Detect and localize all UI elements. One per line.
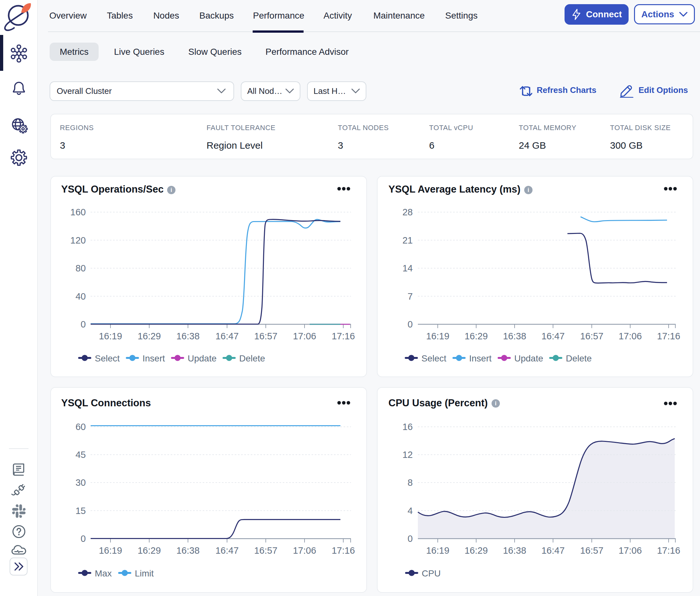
svg-text:0: 0 <box>408 319 413 329</box>
svg-text:Select: Select <box>421 353 446 363</box>
svg-text:12: 12 <box>403 450 413 460</box>
svg-text:16:29: 16:29 <box>138 545 161 556</box>
svg-text:16:29: 16:29 <box>138 331 161 341</box>
svg-text:16:29: 16:29 <box>465 545 488 556</box>
svg-text:16:57: 16:57 <box>580 331 604 341</box>
svg-text:45: 45 <box>76 450 86 460</box>
svg-text:Delete: Delete <box>566 353 592 363</box>
svg-text:80: 80 <box>76 263 86 273</box>
svg-text:CPU: CPU <box>422 568 441 578</box>
svg-text:14: 14 <box>403 263 413 273</box>
svg-text:16:38: 16:38 <box>503 545 526 556</box>
svg-text:Update: Update <box>188 353 216 363</box>
svg-text:16:29: 16:29 <box>465 331 488 341</box>
svg-text:16:47: 16:47 <box>215 545 239 556</box>
svg-text:Delete: Delete <box>239 353 265 363</box>
svg-text:0: 0 <box>81 319 86 329</box>
svg-text:16:19: 16:19 <box>99 545 122 556</box>
svg-text:16:19: 16:19 <box>426 545 449 556</box>
svg-text:16:38: 16:38 <box>503 331 526 341</box>
svg-text:16:19: 16:19 <box>99 331 122 341</box>
svg-text:0: 0 <box>408 533 413 544</box>
svg-text:17:06: 17:06 <box>619 545 642 556</box>
svg-text:16:19: 16:19 <box>426 331 449 341</box>
svg-text:Update: Update <box>514 353 543 363</box>
svg-text:21: 21 <box>403 235 413 245</box>
svg-text:16:57: 16:57 <box>254 331 278 341</box>
svg-text:160: 160 <box>71 207 86 217</box>
svg-text:16:47: 16:47 <box>542 331 565 341</box>
svg-text:Limit: Limit <box>135 568 154 578</box>
svg-text:16:57: 16:57 <box>580 545 604 556</box>
svg-text:Insert: Insert <box>469 353 492 363</box>
svg-text:16:47: 16:47 <box>215 331 239 341</box>
svg-text:15: 15 <box>76 506 86 516</box>
svg-text:7: 7 <box>408 291 413 301</box>
svg-text:Insert: Insert <box>142 353 165 363</box>
svg-text:17:16: 17:16 <box>332 331 355 341</box>
svg-text:40: 40 <box>76 291 86 301</box>
svg-text:17:16: 17:16 <box>657 545 680 556</box>
svg-text:Select: Select <box>95 353 120 363</box>
svg-text:16:38: 16:38 <box>177 331 200 341</box>
svg-text:0: 0 <box>81 533 86 544</box>
svg-text:28: 28 <box>403 207 413 217</box>
svg-text:16: 16 <box>403 422 413 432</box>
svg-text:16:57: 16:57 <box>254 545 278 556</box>
svg-text:17:16: 17:16 <box>657 331 680 341</box>
svg-text:Max: Max <box>95 568 112 578</box>
svg-text:16:47: 16:47 <box>542 545 565 556</box>
svg-text:17:06: 17:06 <box>293 545 316 556</box>
svg-text:17:16: 17:16 <box>332 545 355 556</box>
svg-text:17:06: 17:06 <box>293 331 316 341</box>
svg-text:17:06: 17:06 <box>619 331 642 341</box>
svg-text:30: 30 <box>76 477 86 488</box>
svg-text:8: 8 <box>408 477 413 488</box>
svg-text:16:38: 16:38 <box>177 545 200 556</box>
svg-text:60: 60 <box>76 422 86 432</box>
svg-text:4: 4 <box>408 506 413 516</box>
svg-text:120: 120 <box>71 235 86 245</box>
